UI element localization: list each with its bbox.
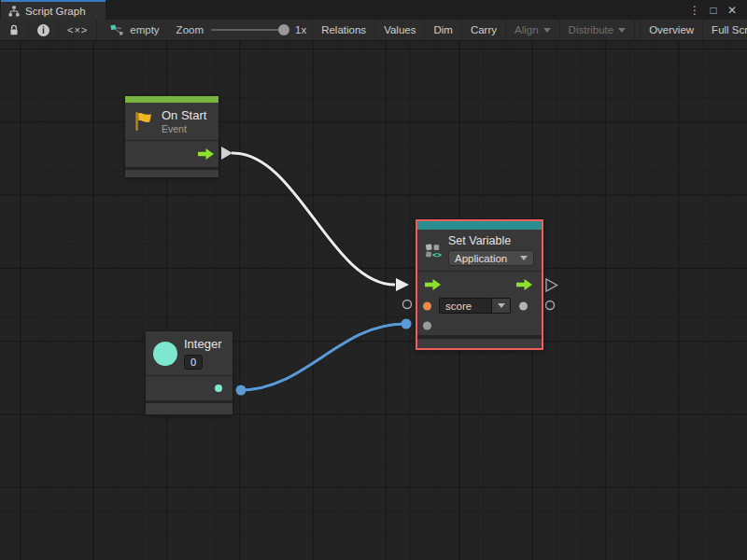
code-toggle-button[interactable]: <×> <box>59 20 97 40</box>
onstart-out-connector-icon[interactable] <box>221 147 233 160</box>
setvar-value-row <box>417 315 542 335</box>
relations-label: Relations <box>321 24 366 35</box>
onstart-footer <box>125 167 218 177</box>
setvar-flow-row <box>417 273 542 296</box>
title-bar: Script Graph ⋮ □ ✕ <box>0 0 747 20</box>
close-icon[interactable]: ✕ <box>725 4 740 17</box>
flow-wire-shadow <box>232 153 395 285</box>
setvar-variable-dropdown-button[interactable] <box>492 298 511 314</box>
value-wire-shadow <box>241 324 404 390</box>
variables-icon: <> <box>425 238 442 263</box>
integer-value-out-port-icon[interactable] <box>215 385 222 392</box>
carry-button[interactable]: Carry <box>462 20 506 40</box>
onstart-port-row <box>125 141 218 167</box>
tab-script-graph[interactable]: Script Graph <box>1 0 106 20</box>
node-set-variable[interactable]: <> Set Variable Application <box>416 219 543 350</box>
info-icon: i <box>37 24 49 36</box>
setvar-scope-value: Application <box>455 253 507 264</box>
values-label: Values <box>384 24 416 35</box>
overview-button[interactable]: Overview <box>640 20 703 40</box>
graph-icon <box>110 24 124 36</box>
dim-button[interactable]: Dim <box>425 20 461 40</box>
integer-value-field[interactable]: 0 <box>184 355 203 370</box>
setvar-value-in-connector-icon[interactable] <box>402 319 412 329</box>
integer-out-connector-icon[interactable] <box>236 385 247 396</box>
code-icon: <×> <box>67 24 88 35</box>
fullscreen-button[interactable]: Full Screen <box>703 20 747 40</box>
maximize-icon[interactable]: □ <box>706 4 721 17</box>
zoom-label: Zoom <box>176 24 204 35</box>
align-caret-icon <box>543 28 551 33</box>
graph-name-label: empty <box>130 24 159 35</box>
overview-label: Overview <box>649 24 694 35</box>
onstart-flow-out-port-icon[interactable] <box>198 148 214 160</box>
setvar-scope-dropdown[interactable]: Application <box>448 250 534 266</box>
value-wire <box>241 324 404 390</box>
fullscreen-label: Full Screen <box>712 24 747 35</box>
values-button[interactable]: Values <box>375 20 425 40</box>
info-button[interactable]: i <box>29 20 59 40</box>
setvar-scope-caret-icon <box>520 256 528 260</box>
setvar-variable-dropdown[interactable]: score <box>439 298 511 314</box>
setvar-name-in-connector-icon[interactable] <box>403 301 412 309</box>
integer-title: Integer <box>184 337 221 352</box>
setvar-value-out-connector-icon[interactable] <box>546 301 555 310</box>
graph-reference[interactable]: empty <box>97 20 167 40</box>
setvar-header-bar <box>417 221 542 230</box>
zoom-slider-handle[interactable] <box>278 24 289 35</box>
onstart-title: On Start <box>162 108 206 123</box>
svg-text:<>: <> <box>432 249 442 259</box>
setvar-value-in-port-icon[interactable] <box>423 321 431 329</box>
integer-icon <box>153 342 177 366</box>
script-graph-window: Script Graph ⋮ □ ✕ i <×> empty <box>0 0 747 560</box>
setvar-variable-value: score <box>439 298 492 314</box>
distribute-label: Distribute <box>569 24 614 35</box>
setvar-footer <box>417 335 542 348</box>
setvar-flow-in-port-icon[interactable] <box>425 279 441 290</box>
lock-icon <box>8 24 20 36</box>
setvar-name-port-icon[interactable] <box>423 301 431 310</box>
graph-tab-icon <box>8 6 20 17</box>
relations-button[interactable]: Relations <box>312 20 375 40</box>
carry-label: Carry <box>471 24 497 35</box>
distribute-dropdown-button[interactable]: Distribute <box>560 20 636 40</box>
wire-layer <box>0 41 747 560</box>
onstart-subtitle: Event <box>162 123 206 135</box>
zoom-control: Zoom 1x <box>168 20 313 40</box>
integer-port-row <box>146 376 233 400</box>
flow-wire <box>232 153 395 285</box>
distribute-caret-icon <box>618 28 626 33</box>
align-label: Align <box>514 24 539 35</box>
setvar-value-out-port-icon[interactable] <box>519 301 528 310</box>
setvar-flow-out-connector-icon[interactable] <box>546 279 557 291</box>
setvar-title: Set Variable <box>448 234 534 249</box>
node-integer[interactable]: Integer 0 <box>146 331 233 414</box>
graph-canvas[interactable]: On Start Event <> <box>0 41 747 560</box>
lock-button[interactable] <box>0 20 29 40</box>
setvar-flow-out-port-icon[interactable] <box>516 279 532 290</box>
menu-icon[interactable]: ⋮ <box>687 4 702 17</box>
dim-label: Dim <box>433 24 452 35</box>
onstart-header-bar <box>125 96 218 103</box>
node-on-start[interactable]: On Start Event <box>125 96 218 177</box>
flow-wire-arrowhead-icon <box>396 278 409 291</box>
flag-icon <box>133 110 155 133</box>
integer-footer <box>146 400 233 414</box>
zoom-value: 1x <box>295 24 306 35</box>
tab-title: Script Graph <box>25 6 86 17</box>
zoom-slider[interactable] <box>211 29 288 31</box>
setvar-variable-caret-icon <box>498 303 505 308</box>
align-dropdown-button[interactable]: Align <box>506 20 560 40</box>
setvar-name-row: score <box>417 296 542 315</box>
graph-toolbar: i <×> empty Zoom 1x Relations Values <box>0 20 747 41</box>
